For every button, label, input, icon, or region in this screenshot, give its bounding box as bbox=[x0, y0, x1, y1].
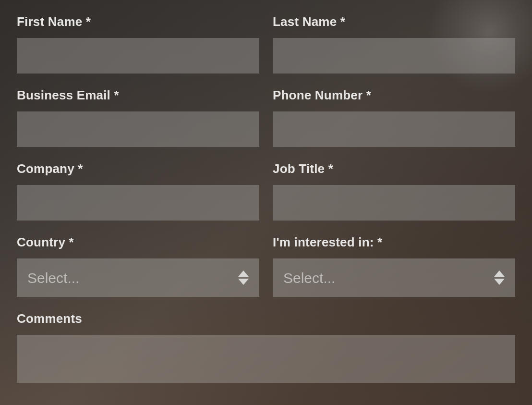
business-email-field: Business Email * bbox=[17, 88, 259, 147]
company-label: Company * bbox=[17, 161, 259, 176]
last-name-label: Last Name * bbox=[273, 14, 515, 29]
interested-in-select[interactable]: Select... bbox=[273, 258, 515, 297]
business-email-input[interactable] bbox=[17, 111, 259, 147]
job-title-field: Job Title * bbox=[273, 161, 515, 221]
interested-in-select-wrap: Select... bbox=[273, 258, 515, 297]
country-label: Country * bbox=[17, 235, 259, 250]
phone-number-label: Phone Number * bbox=[273, 88, 515, 103]
company-input[interactable] bbox=[17, 185, 259, 221]
contact-form: First Name * Last Name * Business Email … bbox=[0, 0, 532, 383]
business-email-label: Business Email * bbox=[17, 88, 259, 103]
comments-textarea[interactable] bbox=[17, 335, 515, 383]
country-select[interactable]: Select... bbox=[17, 258, 259, 297]
form-row: First Name * Last Name * bbox=[17, 14, 515, 74]
country-select-wrap: Select... bbox=[17, 258, 259, 297]
form-row: Company * Job Title * bbox=[17, 161, 515, 221]
job-title-label: Job Title * bbox=[273, 161, 515, 176]
comments-label: Comments bbox=[17, 311, 515, 326]
company-field: Company * bbox=[17, 161, 259, 221]
job-title-input[interactable] bbox=[273, 185, 515, 221]
country-field: Country * Select... bbox=[17, 235, 259, 297]
comments-field: Comments bbox=[17, 311, 515, 383]
first-name-field: First Name * bbox=[17, 14, 259, 74]
interested-in-label: I'm interested in: * bbox=[273, 235, 515, 250]
phone-number-field: Phone Number * bbox=[273, 88, 515, 147]
phone-number-input[interactable] bbox=[273, 111, 515, 147]
form-row: Business Email * Phone Number * bbox=[17, 88, 515, 147]
interested-in-field: I'm interested in: * Select... bbox=[273, 235, 515, 297]
last-name-input[interactable] bbox=[273, 38, 515, 74]
first-name-input[interactable] bbox=[17, 38, 259, 74]
first-name-label: First Name * bbox=[17, 14, 259, 29]
form-row: Country * Select... I'm interested in: *… bbox=[17, 235, 515, 297]
form-row: Comments bbox=[17, 311, 515, 383]
last-name-field: Last Name * bbox=[273, 14, 515, 74]
